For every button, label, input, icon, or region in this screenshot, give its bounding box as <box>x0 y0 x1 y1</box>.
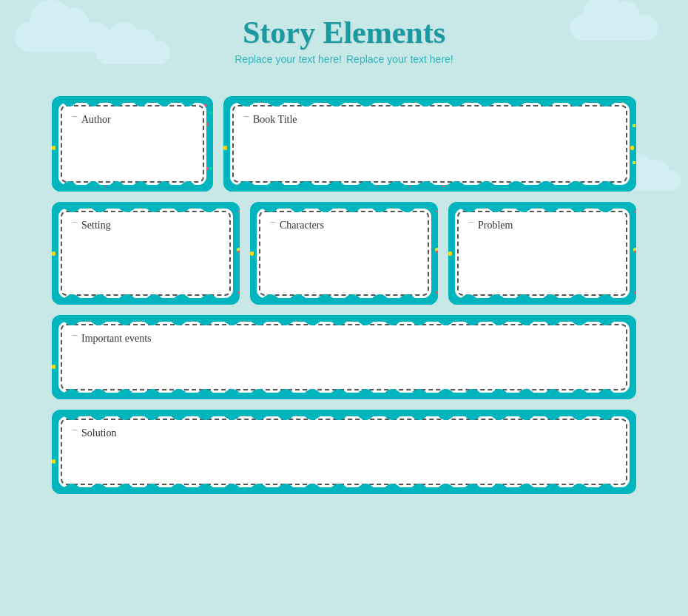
subtitle-1: Replace your text here! <box>235 53 342 65</box>
author-label: Author <box>71 114 194 126</box>
characters-inner[interactable]: Characters <box>259 211 429 296</box>
page-container: Story Elements Replace your text here! R… <box>0 0 688 519</box>
book-title-card: Book Title <box>223 96 636 192</box>
author-inner[interactable]: Author <box>61 105 204 183</box>
author-card: Author <box>52 96 213 192</box>
problem-card: Problem <box>448 202 636 305</box>
solution-inner[interactable]: Solution <box>61 419 627 485</box>
solution-label: Solution <box>71 427 617 439</box>
page-title: Story Elements <box>243 15 445 50</box>
problem-inner[interactable]: Problem <box>457 211 627 296</box>
important-events-label: Important events <box>71 333 617 345</box>
solution-card: Solution <box>52 410 636 494</box>
important-events-card: Important events <box>52 315 636 399</box>
characters-card: Characters <box>250 202 438 305</box>
characters-label: Characters <box>269 220 419 231</box>
book-title-label: Book Title <box>243 114 617 126</box>
problem-label: Problem <box>468 220 617 231</box>
important-events-inner[interactable]: Important events <box>61 324 627 390</box>
setting-label: Setting <box>71 220 220 231</box>
subtitle-2: Replace your text here! <box>346 53 453 65</box>
book-title-inner[interactable]: Book Title <box>232 105 627 183</box>
setting-inner[interactable]: Setting <box>61 211 231 296</box>
setting-card: Setting <box>52 202 240 305</box>
row-3: Important events <box>52 315 636 399</box>
row-2: Setting Characters Problem <box>52 202 636 305</box>
row-1: Author Book Title <box>52 96 636 192</box>
row-4: Solution <box>52 410 636 494</box>
